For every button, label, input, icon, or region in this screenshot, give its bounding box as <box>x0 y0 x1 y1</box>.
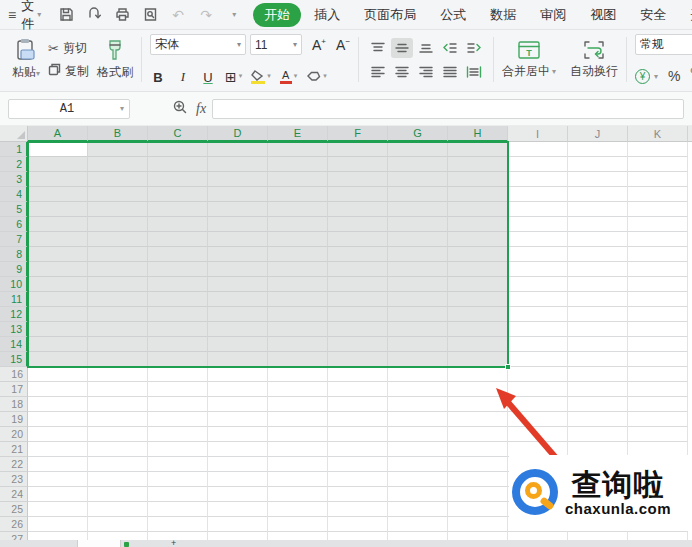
file-menu-button[interactable]: 文件 ▾ <box>21 0 41 33</box>
cell-I18[interactable] <box>508 397 568 412</box>
cell-H27[interactable] <box>448 532 508 540</box>
cell-I17[interactable] <box>508 382 568 397</box>
cell-E8[interactable] <box>268 247 328 262</box>
cell-G24[interactable] <box>388 487 448 502</box>
row-header-4[interactable]: 4 <box>0 187 28 202</box>
cell-E4[interactable] <box>268 187 328 202</box>
cell-J11[interactable] <box>568 292 628 307</box>
align-middle-button[interactable] <box>391 38 413 58</box>
cell-I4[interactable] <box>508 187 568 202</box>
cell-D20[interactable] <box>208 427 268 442</box>
cell-H4[interactable] <box>448 187 508 202</box>
ribbon-tab-1[interactable]: 插入 <box>303 3 351 27</box>
cell-K17[interactable] <box>628 382 688 397</box>
row-header-26[interactable]: 26 <box>0 517 28 532</box>
row-header-7[interactable]: 7 <box>0 232 28 247</box>
cell-H9[interactable] <box>448 262 508 277</box>
align-bottom-button[interactable] <box>415 38 437 58</box>
cell-B2[interactable] <box>88 157 148 172</box>
cell-H8[interactable] <box>448 247 508 262</box>
cell-A22[interactable] <box>28 457 88 472</box>
column-header-I[interactable]: I <box>508 126 568 142</box>
cell-C24[interactable] <box>148 487 208 502</box>
cell-D5[interactable] <box>208 202 268 217</box>
cell-J18[interactable] <box>568 397 628 412</box>
undo-icon[interactable]: ↶ <box>169 6 187 24</box>
redo-icon[interactable]: ↷ <box>197 6 215 24</box>
cell-D26[interactable] <box>208 517 268 532</box>
cell-H15[interactable] <box>448 352 508 367</box>
save-icon[interactable] <box>57 6 75 24</box>
row-header-15[interactable]: 15 <box>0 352 28 367</box>
cell-I3[interactable] <box>508 172 568 187</box>
align-center-button[interactable] <box>391 62 413 82</box>
increase-font-size-button[interactable]: A+ <box>312 37 326 53</box>
cell-G15[interactable] <box>388 352 448 367</box>
cell-B5[interactable] <box>88 202 148 217</box>
row-header-8[interactable]: 8 <box>0 247 28 262</box>
cell-E3[interactable] <box>268 172 328 187</box>
cell-H19[interactable] <box>448 412 508 427</box>
row-header-5[interactable]: 5 <box>0 202 28 217</box>
copy-button[interactable]: 复制 <box>48 63 89 80</box>
cell-A21[interactable] <box>28 442 88 457</box>
paste-button[interactable]: 粘贴▾ <box>12 38 40 81</box>
cell-D25[interactable] <box>208 502 268 517</box>
cell-D4[interactable] <box>208 187 268 202</box>
cell-B23[interactable] <box>88 472 148 487</box>
align-left-button[interactable] <box>367 62 389 82</box>
cell-F11[interactable] <box>328 292 388 307</box>
cell-E17[interactable] <box>268 382 328 397</box>
cell-E15[interactable] <box>268 352 328 367</box>
row-header-13[interactable]: 13 <box>0 322 28 337</box>
cell-B16[interactable] <box>88 367 148 382</box>
cell-D16[interactable] <box>208 367 268 382</box>
underline-button[interactable]: U <box>200 67 216 85</box>
cell-I1[interactable] <box>508 142 568 157</box>
cell-J19[interactable] <box>568 412 628 427</box>
row-header-3[interactable]: 3 <box>0 172 28 187</box>
cell-J6[interactable] <box>568 217 628 232</box>
cell-H5[interactable] <box>448 202 508 217</box>
cell-C1[interactable] <box>148 142 208 157</box>
cell-D3[interactable] <box>208 172 268 187</box>
merge-center-button[interactable]: T 合并居中▾ <box>502 40 556 80</box>
cell-J14[interactable] <box>568 337 628 352</box>
ribbon-tab-4[interactable]: 数据 <box>479 3 527 27</box>
cell-C3[interactable] <box>148 172 208 187</box>
row-header-27[interactable]: 27 <box>0 532 28 540</box>
cell-H12[interactable] <box>448 307 508 322</box>
cell-A23[interactable] <box>28 472 88 487</box>
cell-E13[interactable] <box>268 322 328 337</box>
cell-A20[interactable] <box>28 427 88 442</box>
row-header-10[interactable]: 10 <box>0 277 28 292</box>
cell-I14[interactable] <box>508 337 568 352</box>
cell-E16[interactable] <box>268 367 328 382</box>
cell-K8[interactable] <box>628 247 688 262</box>
cut-button[interactable]: ✂ 剪切 <box>48 40 89 57</box>
cell-H7[interactable] <box>448 232 508 247</box>
cell-F12[interactable] <box>328 307 388 322</box>
cell-I11[interactable] <box>508 292 568 307</box>
cell-B7[interactable] <box>88 232 148 247</box>
column-header-A[interactable]: A <box>28 126 88 142</box>
row-header-2[interactable]: 2 <box>0 157 28 172</box>
column-header-E[interactable]: E <box>268 126 328 142</box>
cell-C9[interactable] <box>148 262 208 277</box>
cell-E10[interactable] <box>268 277 328 292</box>
cell-G19[interactable] <box>388 412 448 427</box>
cell-H20[interactable] <box>448 427 508 442</box>
cell-B22[interactable] <box>88 457 148 472</box>
cell-A17[interactable] <box>28 382 88 397</box>
cell-B18[interactable] <box>88 397 148 412</box>
cell-F24[interactable] <box>328 487 388 502</box>
cell-B9[interactable] <box>88 262 148 277</box>
export-pdf-icon[interactable] <box>85 6 103 24</box>
cell-C25[interactable] <box>148 502 208 517</box>
cell-K13[interactable] <box>628 322 688 337</box>
cell-F22[interactable] <box>328 457 388 472</box>
cell-H16[interactable] <box>448 367 508 382</box>
percent-format-button[interactable]: % <box>668 68 680 84</box>
cell-A27[interactable] <box>28 532 88 540</box>
cell-F27[interactable] <box>328 532 388 540</box>
